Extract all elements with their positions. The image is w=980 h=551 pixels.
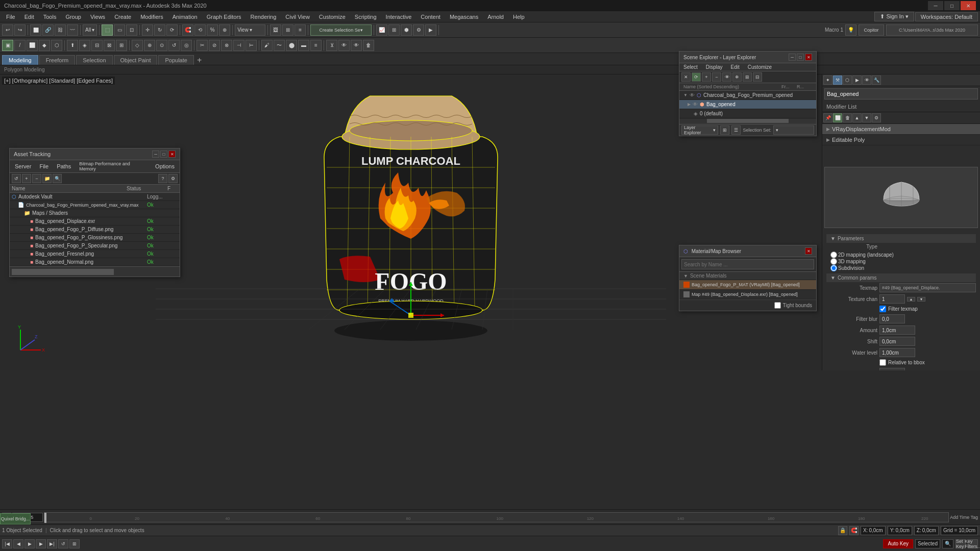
se-delete-layer-button[interactable]: − xyxy=(712,72,721,82)
delete-button[interactable]: 🗑 xyxy=(363,40,374,51)
motion-icon[interactable]: ▶ xyxy=(852,76,862,85)
at-help-button[interactable]: ? xyxy=(158,174,167,183)
tight-bounds-mb-checkbox[interactable] xyxy=(774,302,781,309)
search-box[interactable]: 🔍 xyxy=(942,539,953,548)
loop-button[interactable]: ↺ xyxy=(168,40,180,51)
menu-tools[interactable]: Tools xyxy=(39,12,61,22)
texmap-min-input[interactable] xyxy=(879,368,905,370)
play-button[interactable]: ▶ xyxy=(24,539,35,548)
move-modifier-up[interactable]: ▲ xyxy=(852,113,862,122)
at-row-maps[interactable]: 📁 Maps / Shaders xyxy=(10,209,180,217)
redo-button[interactable]: ↪ xyxy=(14,24,26,36)
menu-file[interactable]: File xyxy=(2,12,19,22)
radio-2d-input[interactable] xyxy=(830,252,837,258)
status-snap-button[interactable]: 🧲 xyxy=(849,526,859,535)
at-remove-button[interactable]: − xyxy=(32,174,41,183)
texture-chan-down[interactable]: ▼ xyxy=(917,297,925,302)
radio-3d-mapping[interactable]: 3D mapping xyxy=(830,258,972,265)
link-button[interactable]: 🔗 xyxy=(42,24,54,36)
menu-help[interactable]: Help xyxy=(509,12,529,22)
pin-modifier-button[interactable]: 📌 xyxy=(823,113,832,122)
at-add-button[interactable]: + xyxy=(22,174,31,183)
se-tab-customize[interactable]: Customize xyxy=(744,63,776,71)
workspaces-dropdown[interactable]: Workspaces: Default xyxy=(915,12,978,21)
flatten-button[interactable]: ▬ xyxy=(298,40,309,51)
radio-3d-input[interactable] xyxy=(830,258,837,265)
play-end-button[interactable]: ▶| xyxy=(47,539,57,548)
se-tab-select[interactable]: Select xyxy=(679,63,702,71)
shift-input[interactable] xyxy=(879,337,915,346)
curve-editor-button[interactable]: 📈 xyxy=(376,24,387,36)
at-menu-server[interactable]: Server xyxy=(12,161,34,171)
at-row-displace[interactable]: ■ Bag_opened_Displace.exr Ok xyxy=(10,217,180,226)
relax-button[interactable]: 〜 xyxy=(274,40,285,51)
cap-button[interactable]: ⊗ xyxy=(221,40,232,51)
schematic-view-button[interactable]: ⊞ xyxy=(388,24,400,36)
select-region-button[interactable]: ▭ xyxy=(114,24,125,36)
target-weld-button[interactable]: ⊙ xyxy=(156,40,167,51)
maximize-button[interactable]: □ xyxy=(944,1,960,10)
at-menu-options[interactable]: Options xyxy=(152,161,178,171)
at-row-glossiness[interactable]: ■ Bag_opened_Fogo_P_Glossiness.png Ok xyxy=(10,234,180,242)
se-hide-all-button[interactable]: 👁 xyxy=(722,72,731,82)
tab-add-button[interactable]: + xyxy=(195,56,204,65)
utilities-icon[interactable]: 🔧 xyxy=(872,76,881,85)
border-mode-button[interactable]: ⬜ xyxy=(27,40,38,51)
se-minimize[interactable]: ─ xyxy=(789,54,796,61)
element-mode-button[interactable]: ⬡ xyxy=(51,40,62,51)
polygon-mode-button[interactable]: ▣ xyxy=(2,40,13,51)
menu-animation[interactable]: Animation xyxy=(168,12,202,22)
se-footer-dropdown[interactable]: Layer Explorer ▾ xyxy=(681,126,718,135)
at-row-vault[interactable]: ⬡ Autodesk Vault Logg... xyxy=(10,193,180,201)
unlink-button[interactable]: ⛓ xyxy=(55,24,66,36)
se-tab-edit[interactable]: Edit xyxy=(727,63,744,71)
at-locate-button[interactable]: 🔍 xyxy=(53,174,62,183)
cut-button[interactable]: ✂ xyxy=(197,40,208,51)
se-collapse-button[interactable]: ⊟ xyxy=(753,72,762,82)
attach-button[interactable]: ⊢ xyxy=(246,40,257,51)
at-settings-button[interactable]: ⚙ xyxy=(168,174,178,183)
menu-interactive[interactable]: Interactive xyxy=(382,12,416,22)
modify-icon[interactable]: ⚒ xyxy=(833,76,842,85)
auto-key-button[interactable]: Auto Key xyxy=(883,539,913,548)
close-button[interactable]: ✕ xyxy=(961,1,976,10)
collapse-button[interactable]: ⊻ xyxy=(326,40,337,51)
at-close[interactable]: ✕ xyxy=(168,151,176,158)
quixel-bridge-tab[interactable]: Quixel Bridg... xyxy=(0,513,31,524)
common-params-header[interactable]: ▼ Common params xyxy=(826,273,976,282)
at-menu-bitmap[interactable]: Bitmap Performance and Memory xyxy=(76,161,150,171)
se-maximize[interactable]: □ xyxy=(797,54,804,61)
se-visibility-icon[interactable]: 👁 xyxy=(690,92,695,98)
texture-chan-up[interactable]: ▲ xyxy=(907,297,915,302)
parameters-header[interactable]: ▼ Parameters xyxy=(826,234,976,243)
select-object-button[interactable]: ⬚ xyxy=(102,24,113,36)
align-faces-button[interactable]: ≡ xyxy=(310,40,322,51)
smooth-button[interactable]: ⬤ xyxy=(286,40,297,51)
create-icon[interactable]: ✦ xyxy=(823,76,832,85)
se-new-layer-button[interactable]: + xyxy=(702,72,711,82)
mb-item-displacement-map[interactable]: Map #49 (Bag_opened_Displace.exr) [Bag_o… xyxy=(679,290,816,299)
menu-create[interactable]: Create xyxy=(110,12,135,22)
texture-chan-input[interactable]: 1 xyxy=(879,294,905,304)
set-key-button[interactable]: Set Key xyxy=(955,539,966,548)
play-start-button[interactable]: |◀ xyxy=(2,539,12,548)
se-row-bag-opened[interactable]: ▶ 👁 ⬢ Bag_opened xyxy=(679,100,816,109)
at-row-diffuse[interactable]: ■ Bag_opened_Fogo_P_Diffuse.png Ok xyxy=(10,226,180,234)
water-level-input[interactable] xyxy=(879,348,915,357)
se-freeze-all-button[interactable]: ❄ xyxy=(732,72,742,82)
scale-button[interactable]: ⟳ xyxy=(166,24,178,36)
relative-bbox-checkbox[interactable] xyxy=(879,359,886,366)
selection-filter-dropdown[interactable]: All ▾ xyxy=(83,24,97,36)
tab-populate[interactable]: Populate xyxy=(158,55,193,65)
unhide-button[interactable]: 👁 xyxy=(351,40,362,51)
window-crossing-button[interactable]: ⊡ xyxy=(126,24,137,36)
edge-mode-button[interactable]: / xyxy=(14,40,26,51)
percent-snap[interactable]: % xyxy=(207,24,218,36)
se-tab-display[interactable]: Display xyxy=(702,63,727,71)
select-all-button[interactable]: ⬜ xyxy=(30,24,41,36)
se-row-charcoal-bag[interactable]: ▼ 👁 ⬡ Charcoal_bag_Fogo_Premium_opened xyxy=(679,91,816,100)
menu-graph-editors[interactable]: Graph Editors xyxy=(203,12,246,22)
detach-button[interactable]: ⊣ xyxy=(233,40,244,51)
se-close[interactable]: ✕ xyxy=(805,54,812,61)
vertex-mode-button[interactable]: ◆ xyxy=(39,40,50,51)
